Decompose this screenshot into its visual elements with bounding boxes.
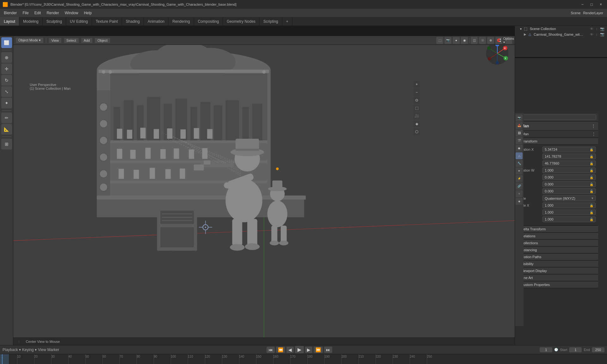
vp-perspective-ortho[interactable]: ⊙ <box>413 97 420 104</box>
menu-file[interactable]: File <box>20 10 31 16</box>
tab-sculpting[interactable]: Sculpting <box>43 17 66 26</box>
vp-face-orient[interactable]: ⬡ <box>413 128 420 135</box>
prop-tab-render[interactable]: 📷 <box>516 114 523 121</box>
current-frame-field[interactable]: 1 <box>540 347 552 352</box>
end-frame-field[interactable]: 250 <box>592 347 604 352</box>
tool-cursor[interactable]: ⊕ <box>1 52 12 63</box>
tab-texture-paint[interactable]: Texture Paint <box>92 17 122 26</box>
lock-rz-icon[interactable]: 🔓 <box>590 190 593 193</box>
tl-jump-start[interactable]: ⏮ <box>267 347 275 353</box>
scale-y-field[interactable]: 1.000 🔓 <box>543 209 596 215</box>
tl-next-frame[interactable]: ▶ <box>305 347 312 353</box>
vp-icon-rendered[interactable]: ◉ <box>461 37 468 44</box>
mode-dropdown[interactable]: Object Mode ▾ <box>16 38 43 43</box>
outliner-scene-collection[interactable]: ▾ ⬚ Scene Collection 👁 ↕ 📷 <box>515 26 607 32</box>
location-z-field[interactable]: 46.77860 🔓 <box>543 161 596 166</box>
tool-measure[interactable]: 📐 <box>1 124 12 135</box>
lock-sx-icon[interactable]: 🔓 <box>590 204 593 207</box>
prop-tab-scene[interactable]: 🎬 <box>516 137 523 144</box>
menu-render[interactable]: Render <box>44 10 61 16</box>
tl-play-btn[interactable]: ▶ <box>295 346 304 353</box>
lock-sz-icon[interactable]: 🔓 <box>590 218 593 221</box>
tool-scale[interactable]: ⤡ <box>1 86 12 97</box>
tool-move[interactable]: ✛ <box>1 64 12 74</box>
tab-shading[interactable]: Shading <box>122 17 144 26</box>
tab-animation[interactable]: Animation <box>144 17 169 26</box>
tl-prev-keyframe[interactable]: ⏪ <box>276 347 285 353</box>
rotation-mode-dropdown[interactable]: Quaternion (WXYZ) ▾ <box>543 195 596 201</box>
timeline-track[interactable]: 1 10 20 30 40 50 60 70 80 90 100 110 120… <box>0 354 607 364</box>
tab-layout[interactable]: Layout <box>0 17 19 26</box>
vp-zoom-out[interactable]: − <box>413 89 420 96</box>
viewport-display-header[interactable]: Viewport Display <box>515 268 598 274</box>
start-frame-field[interactable]: 1 <box>569 347 582 352</box>
tab-scripting[interactable]: Scripting <box>260 17 282 26</box>
lock-x-icon[interactable]: 🔓 <box>590 148 593 151</box>
vp-icon-xray[interactable]: ◫ <box>471 37 478 44</box>
lock-y-icon[interactable]: 🔓 <box>590 155 593 158</box>
vp-options-btn[interactable]: Options ▾ <box>505 37 512 44</box>
vp-icon-camera[interactable]: 📷 <box>445 37 451 44</box>
props-search-input[interactable] <box>517 114 596 120</box>
custom-properties-header[interactable]: Custom Properties <box>515 282 598 288</box>
vp-select-menu[interactable]: Select <box>64 38 79 43</box>
tool-annotate[interactable]: ✏ <box>1 112 12 123</box>
vp-render-preview[interactable]: ◈ <box>413 120 420 127</box>
props-options-btn[interactable]: ⋮ <box>591 124 596 129</box>
rotation-z-field[interactable]: 0.000 🔓 <box>543 188 596 194</box>
tl-playback-menu[interactable]: Playback ▾ <box>3 348 21 352</box>
vp-object-menu[interactable]: Object <box>95 38 110 43</box>
prop-tab-particles[interactable]: ✦ <box>516 167 523 174</box>
tab-rendering[interactable]: Rendering <box>169 17 194 26</box>
tool-rotate[interactable]: ↻ <box>1 75 12 86</box>
tl-jump-end[interactable]: ⏭ <box>324 347 332 353</box>
scale-x-field[interactable]: 1.000 🔓 <box>543 203 596 208</box>
tl-next-keyframe[interactable]: ⏩ <box>314 347 323 353</box>
lock-ry-icon[interactable]: 🔓 <box>590 183 593 186</box>
lock-z-icon[interactable]: 🔓 <box>590 162 593 165</box>
vp-add-menu[interactable]: Add <box>81 38 93 43</box>
prop-tab-constraint[interactable]: 🔗 <box>516 183 523 190</box>
transform-section-header[interactable]: Transform <box>515 138 598 145</box>
vp-icon-gizmos[interactable]: ⊕ <box>487 37 494 44</box>
tool-transform[interactable]: ✦ <box>1 98 12 108</box>
prop-tab-output[interactable]: 📤 <box>516 122 523 129</box>
lock-sy-icon[interactable]: 🔓 <box>590 211 593 214</box>
vp-zoom-in[interactable]: + <box>413 81 420 88</box>
tool-select[interactable]: ⬜ <box>1 37 12 48</box>
lock-rw-icon[interactable]: 🔓 <box>590 169 593 172</box>
vp-view-menu[interactable]: View <box>49 38 61 43</box>
tl-view-menu[interactable]: View <box>38 348 46 352</box>
mesh-options[interactable]: ⋮ <box>592 132 596 136</box>
vp-view-camera[interactable]: 🎥 <box>413 112 420 119</box>
minimize-button[interactable]: − <box>579 2 586 7</box>
relations-header[interactable]: Relations <box>515 233 598 240</box>
menu-edit[interactable]: Edit <box>32 10 44 16</box>
close-button[interactable]: × <box>597 2 604 7</box>
location-x-field[interactable]: 5.34724 🔓 <box>543 147 596 152</box>
tab-add[interactable]: + <box>282 17 292 26</box>
collections-header[interactable]: Collections <box>515 240 598 246</box>
vp-icon-material[interactable]: ● <box>453 37 460 44</box>
delta-transform-header[interactable]: Delta Transform <box>515 226 598 233</box>
vp-icon-viewport[interactable]: ⬚ <box>436 37 443 44</box>
lock-rx-icon[interactable]: 🔓 <box>590 176 593 179</box>
prop-tab-physics[interactable]: ⚡ <box>516 175 523 182</box>
vp-icon-snapping[interactable]: 🧲 <box>495 37 502 44</box>
rotation-w-field[interactable]: 1.000 🔓 <box>543 167 596 173</box>
rotation-y-field[interactable]: 0.000 🔓 <box>543 181 596 187</box>
maximize-button[interactable]: □ <box>588 2 595 7</box>
motion-paths-header[interactable]: Motion Paths <box>515 254 598 260</box>
prop-tab-view-layer[interactable]: 🖼 <box>516 130 523 136</box>
menu-help[interactable]: Help <box>81 10 94 16</box>
prop-tab-data[interactable]: ▿ <box>516 190 523 197</box>
viewport-3d[interactable]: User Perspective (1) Scene Collection | … <box>13 36 515 345</box>
tl-marker-menu[interactable]: Marker <box>47 348 59 352</box>
vp-icon-overlays[interactable]: ☉ <box>479 37 486 44</box>
vp-local-view[interactable]: ⬚ <box>413 105 420 112</box>
prop-tab-material[interactable]: ◈ <box>516 198 523 205</box>
tl-prev-frame[interactable]: ◀ <box>286 347 294 353</box>
visibility-header[interactable]: Visibility <box>515 261 598 267</box>
menu-window[interactable]: Window <box>62 10 81 16</box>
instancing-header[interactable]: Instancing <box>515 247 598 253</box>
